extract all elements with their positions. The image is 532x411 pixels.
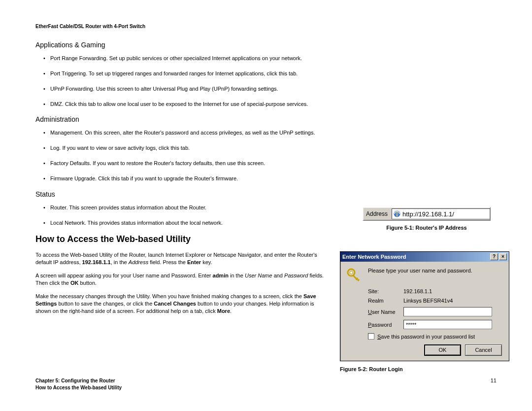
close-button[interactable]: × bbox=[499, 253, 507, 260]
list-item: UPnP Forwarding. Use this screen to alte… bbox=[43, 85, 339, 93]
list-item: Log. If you want to view or save activit… bbox=[43, 144, 339, 152]
text: and bbox=[272, 273, 284, 278]
list-item: DMZ. Click this tab to allow one local u… bbox=[43, 101, 339, 108]
bold: OK bbox=[70, 280, 79, 286]
text: Make the necessary changes through the U… bbox=[35, 293, 303, 299]
dialog-titlebar: Enter Network Password ? × bbox=[340, 252, 509, 262]
address-label: Address bbox=[363, 210, 392, 217]
bold: Enter bbox=[187, 259, 201, 265]
address-url-text: http://192.168.1.1/ bbox=[402, 210, 454, 218]
list-item: Factory Defaults. If you want to restore… bbox=[43, 160, 339, 167]
italic: Address bbox=[129, 259, 148, 265]
page-number: 11 bbox=[491, 377, 497, 383]
dialog-prompt: Please type your user name and password. bbox=[368, 268, 472, 274]
footer-chapter: Chapter 5: Configuring the Router bbox=[35, 377, 122, 384]
main-heading: How to Access the Web-based Utility bbox=[35, 234, 497, 244]
realm-label: Realm bbox=[368, 298, 403, 304]
dialog-title-text: Enter Network Password bbox=[342, 254, 406, 260]
help-button[interactable]: ? bbox=[490, 253, 498, 260]
text: button. bbox=[78, 280, 97, 286]
administration-list: Management. On this screen, alter the Ro… bbox=[43, 129, 339, 182]
text: , in the bbox=[111, 259, 129, 265]
figure-2-caption: Figure 5-2: Router Login bbox=[340, 366, 509, 372]
footer-left: Chapter 5: Configuring the Router How to… bbox=[35, 377, 122, 391]
username-input[interactable] bbox=[403, 307, 492, 316]
text: in the bbox=[229, 273, 245, 278]
status-list: Router. This screen provides status info… bbox=[43, 204, 339, 227]
list-item: Firmware Upgrade. Click this tab if you … bbox=[43, 175, 339, 182]
italic: User Name bbox=[245, 273, 272, 278]
text: A screen will appear asking you for your… bbox=[35, 273, 213, 278]
svg-rect-3 bbox=[352, 274, 358, 280]
paragraph-2: A screen will appear asking you for your… bbox=[35, 272, 331, 287]
text: field. Press the bbox=[148, 259, 187, 265]
password-label: Password bbox=[368, 322, 403, 328]
list-item: Port Triggering. To set up triggered ran… bbox=[43, 70, 339, 77]
save-password-label: Save this password in your password list bbox=[377, 334, 475, 340]
ip-bold: 192.168.1.1 bbox=[82, 259, 111, 265]
save-password-checkbox[interactable] bbox=[368, 333, 374, 340]
cancel-button[interactable]: Cancel bbox=[465, 344, 502, 356]
text: button to save the changes, or click the bbox=[57, 301, 154, 307]
realm-value: Linksys BEFSR41v4 bbox=[403, 298, 503, 304]
list-item: Router. This screen provides status info… bbox=[43, 204, 339, 211]
text: key. bbox=[201, 259, 212, 265]
list-item: Local Network. This provides status info… bbox=[43, 219, 339, 227]
italic: Password bbox=[284, 273, 308, 278]
site-value: 192.168.1.1 bbox=[403, 288, 503, 294]
paragraph-1: To access the Web-based Utility of the R… bbox=[35, 251, 331, 266]
footer-section: How to Access the Web-based Utility bbox=[35, 384, 122, 391]
list-item: Port Range Forwarding. Set up public ser… bbox=[43, 55, 339, 62]
site-label: Site: bbox=[368, 288, 403, 294]
figure-address-bar: Address http://192.168.1.1/ Figure 5-1: … bbox=[363, 207, 491, 231]
section-heading-administration: Administration bbox=[35, 115, 497, 123]
paragraph-3: Make the necessary changes through the U… bbox=[35, 293, 331, 315]
address-input[interactable]: http://192.168.1.1/ bbox=[392, 208, 490, 219]
ie-icon bbox=[393, 210, 401, 218]
figure-login-dialog: Enter Network Password ? × Please type y bbox=[340, 251, 509, 372]
svg-point-2 bbox=[350, 271, 353, 274]
apps-gaming-list: Port Range Forwarding. Set up public ser… bbox=[43, 55, 339, 107]
bold: Cancel Changes bbox=[154, 301, 196, 307]
address-bar: Address http://192.168.1.1/ bbox=[363, 207, 491, 221]
key-icon bbox=[346, 268, 362, 283]
figure-1-caption: Figure 5-1: Router's IP Address bbox=[363, 225, 491, 231]
password-input[interactable] bbox=[403, 320, 492, 329]
ok-button[interactable]: OK bbox=[424, 344, 461, 356]
list-item: Management. On this screen, alter the Ro… bbox=[43, 129, 339, 137]
section-heading-apps-gaming: Applications & Gaming bbox=[35, 41, 497, 49]
username-label: User Name bbox=[368, 309, 403, 315]
document-title: EtherFast Cable/DSL Router with 4-Port S… bbox=[35, 24, 497, 29]
text: . bbox=[230, 308, 232, 314]
bold: More bbox=[217, 308, 230, 314]
section-heading-status: Status bbox=[35, 190, 497, 198]
dialog-window: Enter Network Password ? × Please type y bbox=[340, 251, 509, 361]
bold: admin bbox=[213, 273, 229, 278]
